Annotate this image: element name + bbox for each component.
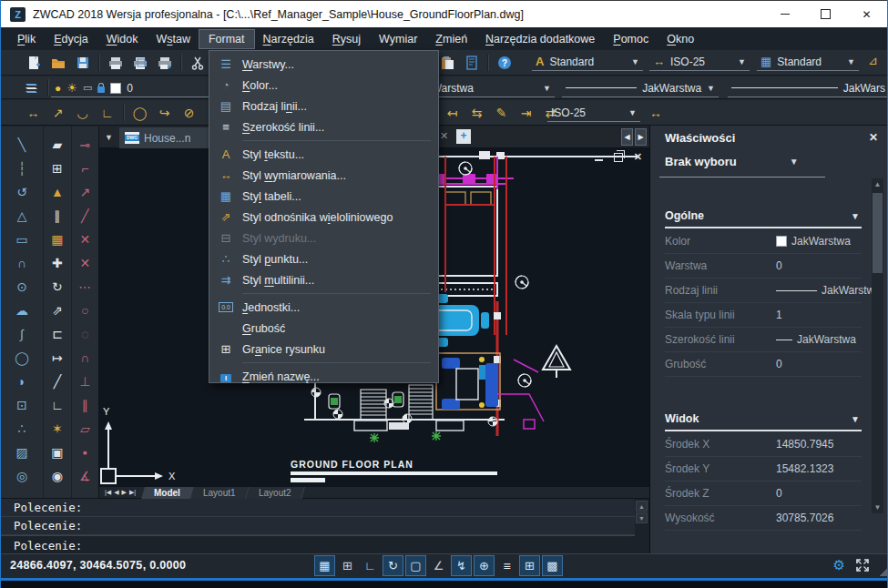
scroll-up-icon[interactable]: ▲ (872, 178, 883, 190)
property-value[interactable]: 1 (776, 309, 782, 321)
dyn-input-toggle[interactable]: ↯ (451, 555, 472, 576)
property-value[interactable]: JakWarstwa (776, 333, 856, 346)
perpendicular-tool[interactable]: ⊥ (72, 370, 98, 393)
break-tool[interactable]: ✕ (72, 228, 98, 251)
lineweight-combo[interactable]: JakWars (728, 79, 888, 97)
move-tool[interactable]: ✚ (44, 251, 70, 275)
polygon-tool[interactable]: △ (1, 204, 43, 228)
annotation-toggle[interactable]: ▩ (542, 555, 563, 576)
plot-button[interactable] (152, 53, 177, 73)
dim-radial-0-button[interactable]: ◯ (128, 103, 152, 123)
menu-item-grubo[interactable]: Grubość (209, 318, 438, 339)
dim-style-combo-2[interactable]: ISO-25 ▼ (547, 104, 640, 122)
menu-item-zmie-nazw[interactable]: IZmień nazwę... (209, 366, 438, 387)
dim-linear-1-button[interactable]: ↗ (46, 103, 70, 123)
last-tab-icon[interactable]: ▶| (129, 489, 136, 496)
first-tab-icon[interactable]: |◀ (105, 489, 111, 496)
collapse-arrow-icon[interactable]: ▼ (851, 211, 862, 221)
resize-grip[interactable] (880, 569, 887, 576)
cut-button[interactable] (185, 53, 209, 73)
rectangle-tool[interactable]: ▭ (1, 228, 43, 251)
print-button[interactable] (103, 53, 128, 73)
region-tool[interactable]: ◎ (1, 464, 43, 488)
boundary-tool[interactable]: ◉ (44, 464, 70, 488)
menubar-item-plik[interactable]: Plik (8, 30, 45, 48)
collapse-arrow-icon[interactable]: ▼ (851, 414, 862, 424)
menubar-item-wymiar[interactable]: Wymiar (370, 30, 426, 48)
dim-radial-1-button[interactable]: ↪ (152, 103, 177, 123)
tab-scroll-left-icon[interactable]: ◀ (621, 128, 633, 146)
dim-linear-3-button[interactable]: ∟ (95, 103, 119, 123)
dim-edit-0-button[interactable]: ↤ (440, 103, 464, 123)
menu-item-kolor[interactable]: ◔Kolor... (209, 75, 438, 96)
trim-tool[interactable]: ╱ (44, 370, 70, 393)
offset-tool[interactable]: ∥ (44, 204, 70, 228)
hatch-tool[interactable]: ▨ (1, 441, 43, 464)
dim-linear-0-button[interactable]: ↔ (21, 103, 46, 123)
document-tab[interactable]: DWG House...n (119, 127, 221, 148)
plane-tool[interactable]: ▱ (72, 417, 98, 441)
point-node-tool[interactable]: ▪ (72, 441, 98, 464)
menubar-item-widok[interactable]: Widok (97, 30, 148, 48)
revision-cloud-tool[interactable]: ☁ (1, 299, 43, 322)
spline-tool[interactable]: ∫ (1, 322, 43, 346)
document-button[interactable] (459, 53, 484, 73)
line-tool[interactable]: ╲ (1, 133, 43, 157)
save-button[interactable] (70, 53, 95, 73)
lineweight-toggle[interactable]: ⊕ (474, 555, 495, 576)
text-style-combo[interactable]: A Standard ▼ (532, 53, 643, 71)
explode-tool[interactable]: ✶ (44, 417, 70, 441)
property-value[interactable]: 0 (776, 358, 782, 370)
menubar-item-narz-dzia-dodatkowe[interactable]: Narzędzia dodatkowe (476, 30, 604, 48)
stretch-tool[interactable]: ⊏ (44, 322, 70, 346)
snap-toggle[interactable]: ▦ (314, 555, 335, 576)
menubar-item-rysuj[interactable]: Rysuj (323, 30, 370, 48)
tab-scroll-right-icon[interactable]: ▶ (635, 128, 647, 146)
dim-style-combo[interactable]: ↔ ISO-25 ▼ (649, 53, 750, 71)
dim-edit-2-button[interactable]: ✎ (489, 103, 514, 123)
new-tab-button[interactable]: + (456, 129, 471, 144)
tab-close-icon[interactable]: ✕ (440, 130, 448, 142)
edit-block-tool[interactable]: ▣ (44, 441, 70, 464)
scroll-down-icon[interactable]: ▼ (636, 512, 648, 523)
scroll-up-icon[interactable]: ▲ (636, 501, 648, 512)
menubar-item-okno[interactable]: Okno (658, 30, 703, 48)
property-value[interactable]: JakWarstwa (776, 235, 851, 248)
arc-mark-tool[interactable]: ∩ (72, 346, 98, 370)
menu-item-granice-rysunku[interactable]: ⊞Granice rysunku (209, 339, 438, 360)
multiple-points-tool[interactable]: ∴ (1, 417, 43, 441)
scroll-down-icon[interactable]: ▼ (872, 502, 883, 513)
angle-tool[interactable]: ∡ (72, 464, 98, 488)
xline-tool[interactable]: ┆ (1, 157, 43, 180)
child-minimize-icon[interactable] (595, 159, 603, 161)
new-button[interactable] (21, 53, 46, 73)
property-value[interactable]: 15482.1323 (776, 462, 833, 475)
ortho-toggle[interactable]: ∟ (360, 555, 381, 576)
circle-mark-tool[interactable]: ○ (72, 299, 98, 322)
tab-model[interactable]: Model (141, 487, 194, 499)
esnap-toggle[interactable]: ▢ (405, 555, 426, 576)
menu-item-styl-tabeli[interactable]: ▦Styl tabeli... (209, 186, 438, 207)
mirror-tool[interactable]: ▲ (44, 180, 70, 204)
gear-icon[interactable]: ⚙ (833, 557, 845, 573)
center-mark-tool[interactable]: ◌ (72, 322, 98, 346)
ellipse-tool[interactable]: ◯ (1, 346, 43, 370)
menu-item-warstwy[interactable]: ☰Warstwy... (209, 54, 438, 75)
menu-item-szeroko-linii[interactable]: ≡Szerokość linii... (209, 117, 438, 137)
menu-item-styl-wymiarowania[interactable]: ↔Styl wymiarowania... (209, 165, 438, 186)
property-value[interactable]: 30785.7026 (776, 512, 833, 524)
circle-tool[interactable]: ⊙ (1, 275, 43, 299)
erase-tool[interactable]: ▰ (44, 133, 70, 157)
properties-scrollbar[interactable]: ▲ ▼ (872, 178, 883, 513)
property-value[interactable]: 0 (776, 259, 782, 272)
dim-radial-2-button[interactable]: ⊘ (177, 103, 201, 123)
dim-continue-tool[interactable]: ⋯ (72, 275, 98, 299)
dim-edit-3-button[interactable]: ⇥ (514, 103, 538, 123)
polar-toggle[interactable]: ↻ (383, 555, 403, 576)
open-button[interactable] (46, 53, 70, 73)
menu-item-styl-punktu[interactable]: ∴Styl punktu... (209, 248, 438, 269)
dim-linear-tool[interactable]: ⊸ (72, 133, 98, 157)
menu-item-jednostki[interactable]: 0.0Jednostki... (209, 297, 438, 318)
extend-tool[interactable]: ↦ (44, 346, 70, 370)
selection-combo[interactable]: Brak wyboru ▼ (650, 149, 888, 173)
